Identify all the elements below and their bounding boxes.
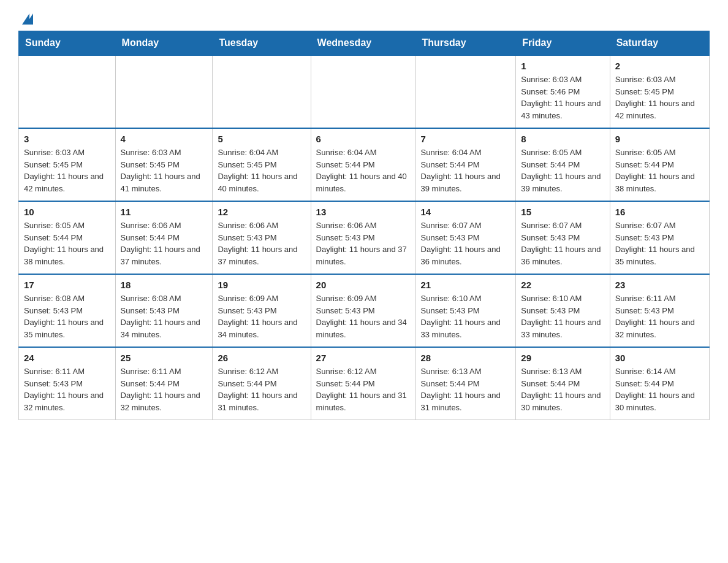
calendar-cell: 6Sunrise: 6:04 AM Sunset: 5:44 PM Daylig… xyxy=(311,128,415,201)
calendar-cell: 13Sunrise: 6:06 AM Sunset: 5:43 PM Dayli… xyxy=(311,201,415,274)
calendar-cell: 23Sunrise: 6:11 AM Sunset: 5:43 PM Dayli… xyxy=(610,274,709,347)
weekday-header-sunday: Sunday xyxy=(19,31,116,56)
day-info: Sunrise: 6:07 AM Sunset: 5:43 PM Dayligh… xyxy=(615,220,704,267)
logo xyxy=(18,16,33,25)
day-info: Sunrise: 6:05 AM Sunset: 5:44 PM Dayligh… xyxy=(521,147,604,194)
day-info: Sunrise: 6:10 AM Sunset: 5:43 PM Dayligh… xyxy=(421,293,511,340)
day-info: Sunrise: 6:12 AM Sunset: 5:44 PM Dayligh… xyxy=(316,366,411,413)
calendar-cell xyxy=(19,55,116,128)
day-info: Sunrise: 6:13 AM Sunset: 5:44 PM Dayligh… xyxy=(421,366,511,413)
day-number: 13 xyxy=(316,207,411,217)
calendar-cell xyxy=(415,55,516,128)
calendar-cell: 28Sunrise: 6:13 AM Sunset: 5:44 PM Dayli… xyxy=(415,347,516,420)
calendar-cell: 8Sunrise: 6:05 AM Sunset: 5:44 PM Daylig… xyxy=(516,128,610,201)
calendar-cell: 17Sunrise: 6:08 AM Sunset: 5:43 PM Dayli… xyxy=(19,274,116,347)
calendar-cell: 20Sunrise: 6:09 AM Sunset: 5:43 PM Dayli… xyxy=(311,274,415,347)
day-number: 5 xyxy=(218,134,305,144)
day-info: Sunrise: 6:08 AM Sunset: 5:43 PM Dayligh… xyxy=(24,293,110,340)
calendar-cell: 9Sunrise: 6:05 AM Sunset: 5:44 PM Daylig… xyxy=(610,128,709,201)
day-number: 24 xyxy=(24,353,110,363)
calendar-cell xyxy=(115,55,213,128)
calendar-cell: 7Sunrise: 6:04 AM Sunset: 5:44 PM Daylig… xyxy=(415,128,516,201)
day-number: 19 xyxy=(218,280,305,290)
calendar-cell: 25Sunrise: 6:11 AM Sunset: 5:44 PM Dayli… xyxy=(115,347,213,420)
day-info: Sunrise: 6:11 AM Sunset: 5:43 PM Dayligh… xyxy=(615,293,704,340)
calendar-cell: 22Sunrise: 6:10 AM Sunset: 5:43 PM Dayli… xyxy=(516,274,610,347)
day-number: 17 xyxy=(24,280,110,290)
day-number: 10 xyxy=(24,207,110,217)
calendar-cell: 11Sunrise: 6:06 AM Sunset: 5:44 PM Dayli… xyxy=(115,201,213,274)
day-info: Sunrise: 6:04 AM Sunset: 5:44 PM Dayligh… xyxy=(316,147,411,194)
calendar-cell: 21Sunrise: 6:10 AM Sunset: 5:43 PM Dayli… xyxy=(415,274,516,347)
day-info: Sunrise: 6:06 AM Sunset: 5:44 PM Dayligh… xyxy=(121,220,208,267)
day-number: 29 xyxy=(521,353,604,363)
day-info: Sunrise: 6:09 AM Sunset: 5:43 PM Dayligh… xyxy=(218,293,305,340)
calendar-cell: 1Sunrise: 6:03 AM Sunset: 5:46 PM Daylig… xyxy=(516,55,610,128)
day-number: 11 xyxy=(121,207,208,217)
calendar-cell: 4Sunrise: 6:03 AM Sunset: 5:45 PM Daylig… xyxy=(115,128,213,201)
calendar-cell: 24Sunrise: 6:11 AM Sunset: 5:43 PM Dayli… xyxy=(19,347,116,420)
day-number: 21 xyxy=(421,280,511,290)
logo-triangle2-icon xyxy=(26,13,33,25)
weekday-header-friday: Friday xyxy=(516,31,610,56)
calendar-cell: 2Sunrise: 6:03 AM Sunset: 5:45 PM Daylig… xyxy=(610,55,709,128)
calendar-cell: 3Sunrise: 6:03 AM Sunset: 5:45 PM Daylig… xyxy=(19,128,116,201)
day-number: 8 xyxy=(521,134,604,144)
day-info: Sunrise: 6:05 AM Sunset: 5:44 PM Dayligh… xyxy=(24,220,110,267)
day-info: Sunrise: 6:10 AM Sunset: 5:43 PM Dayligh… xyxy=(521,293,604,340)
day-info: Sunrise: 6:11 AM Sunset: 5:44 PM Dayligh… xyxy=(121,366,208,413)
day-info: Sunrise: 6:03 AM Sunset: 5:45 PM Dayligh… xyxy=(121,147,208,194)
day-info: Sunrise: 6:12 AM Sunset: 5:44 PM Dayligh… xyxy=(218,366,305,413)
calendar-cell: 29Sunrise: 6:13 AM Sunset: 5:44 PM Dayli… xyxy=(516,347,610,420)
day-info: Sunrise: 6:04 AM Sunset: 5:44 PM Dayligh… xyxy=(421,147,511,194)
calendar-cell: 5Sunrise: 6:04 AM Sunset: 5:45 PM Daylig… xyxy=(213,128,311,201)
day-number: 25 xyxy=(121,353,208,363)
day-number: 23 xyxy=(615,280,704,290)
day-number: 28 xyxy=(421,353,511,363)
day-info: Sunrise: 6:03 AM Sunset: 5:46 PM Dayligh… xyxy=(521,74,604,121)
day-number: 15 xyxy=(521,207,604,217)
calendar-week-row: 1Sunrise: 6:03 AM Sunset: 5:46 PM Daylig… xyxy=(19,55,710,128)
day-number: 1 xyxy=(521,61,604,71)
day-number: 20 xyxy=(316,280,411,290)
day-info: Sunrise: 6:07 AM Sunset: 5:43 PM Dayligh… xyxy=(421,220,511,267)
header xyxy=(18,12,710,25)
day-info: Sunrise: 6:08 AM Sunset: 5:43 PM Dayligh… xyxy=(121,293,208,340)
day-info: Sunrise: 6:03 AM Sunset: 5:45 PM Dayligh… xyxy=(24,147,110,194)
calendar-cell: 27Sunrise: 6:12 AM Sunset: 5:44 PM Dayli… xyxy=(311,347,415,420)
day-info: Sunrise: 6:07 AM Sunset: 5:43 PM Dayligh… xyxy=(521,220,604,267)
day-info: Sunrise: 6:13 AM Sunset: 5:44 PM Dayligh… xyxy=(521,366,604,413)
day-number: 9 xyxy=(615,134,704,144)
day-info: Sunrise: 6:04 AM Sunset: 5:45 PM Dayligh… xyxy=(218,147,305,194)
calendar-cell xyxy=(311,55,415,128)
calendar-week-row: 3Sunrise: 6:03 AM Sunset: 5:45 PM Daylig… xyxy=(19,128,710,201)
day-number: 27 xyxy=(316,353,411,363)
calendar-cell: 18Sunrise: 6:08 AM Sunset: 5:43 PM Dayli… xyxy=(115,274,213,347)
day-number: 16 xyxy=(615,207,704,217)
day-number: 7 xyxy=(421,134,511,144)
weekday-header-tuesday: Tuesday xyxy=(213,31,311,56)
calendar-week-row: 17Sunrise: 6:08 AM Sunset: 5:43 PM Dayli… xyxy=(19,274,710,347)
day-number: 6 xyxy=(316,134,411,144)
weekday-header-row: SundayMondayTuesdayWednesdayThursdayFrid… xyxy=(19,31,710,56)
calendar-cell: 26Sunrise: 6:12 AM Sunset: 5:44 PM Dayli… xyxy=(213,347,311,420)
calendar-cell: 10Sunrise: 6:05 AM Sunset: 5:44 PM Dayli… xyxy=(19,201,116,274)
day-info: Sunrise: 6:06 AM Sunset: 5:43 PM Dayligh… xyxy=(316,220,411,267)
calendar-cell: 19Sunrise: 6:09 AM Sunset: 5:43 PM Dayli… xyxy=(213,274,311,347)
calendar-cell: 12Sunrise: 6:06 AM Sunset: 5:43 PM Dayli… xyxy=(213,201,311,274)
day-number: 30 xyxy=(615,353,704,363)
calendar-cell xyxy=(213,55,311,128)
day-info: Sunrise: 6:09 AM Sunset: 5:43 PM Dayligh… xyxy=(316,293,411,340)
day-info: Sunrise: 6:05 AM Sunset: 5:44 PM Dayligh… xyxy=(615,147,704,194)
calendar-cell: 16Sunrise: 6:07 AM Sunset: 5:43 PM Dayli… xyxy=(610,201,709,274)
day-info: Sunrise: 6:06 AM Sunset: 5:43 PM Dayligh… xyxy=(218,220,305,267)
weekday-header-thursday: Thursday xyxy=(415,31,516,56)
day-number: 4 xyxy=(121,134,208,144)
day-info: Sunrise: 6:11 AM Sunset: 5:43 PM Dayligh… xyxy=(24,366,110,413)
day-number: 14 xyxy=(421,207,511,217)
calendar-cell: 15Sunrise: 6:07 AM Sunset: 5:43 PM Dayli… xyxy=(516,201,610,274)
weekday-header-wednesday: Wednesday xyxy=(311,31,415,56)
day-number: 2 xyxy=(615,61,704,71)
day-number: 12 xyxy=(218,207,305,217)
calendar-week-row: 24Sunrise: 6:11 AM Sunset: 5:43 PM Dayli… xyxy=(19,347,710,420)
